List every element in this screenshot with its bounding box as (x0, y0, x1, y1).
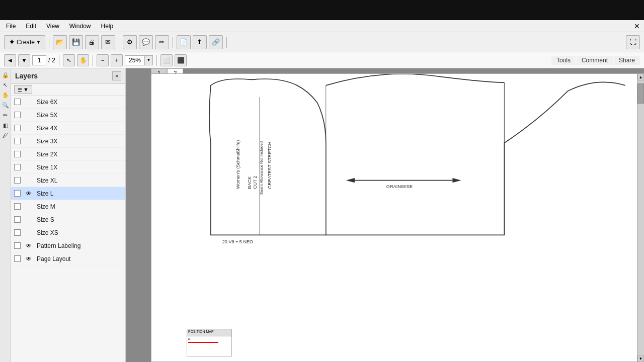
layer-checkbox-3[interactable] (14, 138, 21, 144)
zoom-input[interactable] (125, 55, 145, 65)
layer-eye-7[interactable]: 👁 (24, 190, 34, 198)
share-nav-button[interactable]: Share (614, 56, 640, 65)
layer-checkbox-10[interactable] (14, 229, 21, 236)
layer-eye-12[interactable]: 👁 (24, 255, 34, 263)
layer-checkbox-8[interactable] (14, 203, 21, 210)
fit-width-button[interactable]: ⬛ (175, 54, 187, 66)
menu-bar: File Edit View Window Help ✕ (0, 20, 644, 32)
layers-toolbar: ☰ ▼ (11, 84, 125, 96)
export-pdf-button[interactable]: 📄 (177, 35, 191, 49)
layers-panel: Layers × ☰ ▼ 👁 Size 6X 👁 Size 5X 👁 Size (11, 68, 126, 362)
layers-close-button[interactable]: × (112, 71, 121, 80)
layer-item-10[interactable]: 👁 Size XS (11, 226, 125, 239)
tools-button[interactable]: Tools (551, 56, 576, 65)
menu-edit[interactable]: Edit (24, 22, 38, 30)
toolbar-separator-1 (49, 37, 49, 48)
tool-hand[interactable]: ✋ (1, 90, 10, 100)
tool-layers[interactable]: ◧ (1, 121, 10, 130)
nav-next-button[interactable]: ▼ (18, 54, 30, 66)
nav-bar: ◄ ▼ / 2 ↖ ✋ − + ▼ ⬜ ⬛ Tools Comment Shar… (0, 52, 644, 68)
grainwise-label: GRAINWISE (386, 184, 413, 189)
layer-checkbox-1[interactable] (14, 112, 21, 118)
nav-separator-1 (59, 55, 59, 66)
zoom-out-button[interactable]: − (97, 54, 109, 66)
close-btn[interactable]: ✕ (634, 22, 640, 30)
zoom-in-button[interactable]: + (111, 54, 123, 66)
zoom-dropdown[interactable]: ▼ (145, 55, 153, 65)
settings-button[interactable]: ⚙ (123, 35, 137, 49)
layer-name-4: Size 2X (37, 151, 57, 158)
toolbar-separator-4 (226, 37, 227, 48)
layer-name-2: Size 4X (37, 125, 57, 132)
layer-checkbox-12[interactable] (14, 255, 21, 262)
share-btn[interactable]: 🔗 (209, 35, 223, 49)
edit-button[interactable]: ✏ (155, 35, 169, 49)
bottom-thumbnail: POSITION MAP p. (187, 329, 232, 356)
create-button[interactable]: ✦ Create ▼ (4, 35, 45, 49)
layer-checkbox-11[interactable] (14, 242, 21, 249)
layer-name-10: Size XS (37, 229, 58, 236)
scroll-thumb[interactable] (637, 83, 644, 104)
expand-button[interactable]: ⛶ (626, 35, 640, 49)
grain-arrow-left (346, 178, 355, 183)
layer-name-7: Size L (37, 190, 53, 197)
layer-item-8[interactable]: 👁 Size M (11, 200, 125, 213)
layer-eye-11[interactable]: 👁 (24, 242, 34, 250)
scroll-down-arrow[interactable]: ▼ (637, 355, 644, 362)
menu-window[interactable]: Window (67, 22, 93, 30)
layer-item-12[interactable]: 👁 Page Layout (11, 252, 125, 265)
email-button[interactable]: ✉ (101, 35, 115, 49)
fit-page-button[interactable]: ⬜ (160, 54, 173, 66)
right-scrollbar[interactable]: ▲ ▼ (637, 73, 644, 362)
layer-checkbox-9[interactable] (14, 216, 21, 223)
tool-arrow[interactable]: ↖ (1, 80, 10, 89)
tool-zoom[interactable]: 🔍 (1, 101, 10, 110)
layer-name-8: Size M (37, 203, 55, 210)
page-input[interactable] (32, 55, 46, 65)
layer-checkbox-2[interactable] (14, 125, 21, 131)
create-label: Create (17, 39, 35, 46)
menu-help[interactable]: Help (99, 22, 116, 30)
comment-nav-button[interactable]: Comment (577, 56, 613, 65)
layer-item-6[interactable]: 👁 Size XL (11, 174, 125, 187)
layer-checkbox-5[interactable] (14, 164, 21, 170)
layer-name-9: Size S (37, 216, 54, 223)
layer-item-5[interactable]: 👁 Size 1X (11, 161, 125, 174)
layer-checkbox-6[interactable] (14, 177, 21, 184)
pattern-svg: Women's (Schmaßhilfe) BACK CUT 2 Seam Al… (151, 74, 638, 361)
layer-checkbox-0[interactable] (14, 99, 21, 105)
nav-prev-button[interactable]: ◄ (4, 54, 16, 66)
export-button[interactable]: ⬆ (193, 35, 207, 49)
open-button[interactable]: 📂 (53, 35, 67, 49)
layer-item-0[interactable]: 👁 Size 6X (11, 96, 125, 109)
layer-checkbox-4[interactable] (14, 151, 21, 157)
thumb-highlight (188, 342, 218, 343)
layer-item-3[interactable]: 👁 Size 3X (11, 135, 125, 148)
comment-button[interactable]: 💬 (139, 35, 153, 49)
layer-item-1[interactable]: 👁 Size 5X (11, 109, 125, 122)
canvas-area[interactable]: 1 2 Women's (Schmaßhilfe) (126, 68, 644, 362)
menu-file[interactable]: File (4, 22, 18, 30)
scroll-up-arrow[interactable]: ▲ (637, 73, 644, 80)
layer-item-2[interactable]: 👁 Size 4X (11, 122, 125, 135)
layer-item-9[interactable]: 👁 Size S (11, 213, 125, 226)
size-label: 20 V8 ÷ 5 NEO (222, 239, 253, 244)
menu-view[interactable]: View (44, 22, 61, 30)
layer-item-7[interactable]: 👁 Size L (11, 187, 125, 200)
print-button[interactable]: 🖨 (85, 35, 99, 49)
layer-item-11[interactable]: 👁 Pattern Labeling (11, 239, 125, 252)
layer-item-4[interactable]: 👁 Size 2X (11, 148, 125, 161)
save-button[interactable]: 💾 (69, 35, 83, 49)
layers-dropdown-button[interactable]: ☰ ▼ (14, 85, 32, 94)
layers-title: Layers (15, 72, 38, 80)
toolbar: ✦ Create ▼ 📂 💾 🖨 ✉ ⚙ 💬 ✏ 📄 ⬆ 🔗 ⛶ (0, 32, 644, 52)
layer-checkbox-7[interactable] (14, 190, 21, 197)
seam-label: Seam Allowance Not Included (259, 141, 264, 195)
main-area: 🔒 ↖ ✋ 🔍 ✏ ◧ 🖊 Layers × ☰ ▼ (0, 68, 644, 362)
layers-list: 👁 Size 6X 👁 Size 5X 👁 Size 4X 👁 Size 3X … (11, 96, 125, 362)
select-tool-button[interactable]: ↖ (63, 54, 75, 66)
tool-pen[interactable]: ✏ (1, 111, 10, 120)
hand-tool-button[interactable]: ✋ (77, 54, 89, 66)
tool-marker[interactable]: 🖊 (1, 131, 10, 140)
right-piece-outline (326, 82, 625, 235)
